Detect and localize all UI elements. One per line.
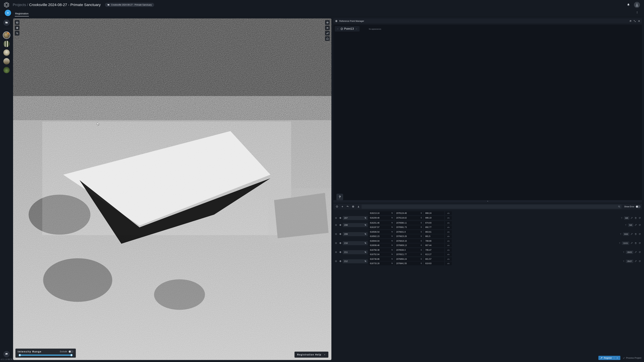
notifications-button[interactable]: [626, 2, 631, 8]
row-tag-icon[interactable]: [364, 242, 366, 245]
exclude-toggle[interactable]: [68, 350, 74, 353]
rpm-undo-button[interactable]: [346, 204, 350, 209]
row-globe-button[interactable]: [338, 250, 342, 254]
coord-easting[interactable]: 2076850.24E: [395, 257, 423, 261]
row-reset-button[interactable]: [638, 232, 641, 236]
row-globe-button[interactable]: [338, 259, 342, 263]
row-delete-button[interactable]: [634, 242, 637, 245]
coord-elev[interactable]: 789.66: [424, 239, 444, 243]
coord-easting[interactable]: 2076623.26E: [395, 234, 423, 238]
coord-elev[interactable]: 863.61: [424, 230, 444, 234]
coord-northing[interactable]: 616756.38N: [368, 248, 394, 252]
row-center-button[interactable]: [334, 241, 338, 245]
rpm-window-restore[interactable]: [629, 19, 632, 22]
coord-easting[interactable]: 2076521.77E: [395, 253, 423, 256]
row-edit-button[interactable]: [634, 251, 637, 254]
row-reset-button[interactable]: [638, 216, 641, 220]
point-id-chip[interactable]: 207: [343, 216, 368, 220]
row-globe-button[interactable]: [338, 216, 342, 220]
row-tag-icon[interactable]: [364, 251, 366, 254]
coord-easting[interactable]: 2076818.16E: [395, 239, 423, 243]
row-edit-button[interactable]: [630, 216, 633, 220]
coord-easting[interactable]: 2076631.9E: [395, 230, 423, 234]
row-tag-icon[interactable]: [364, 233, 366, 236]
vp-visibility-tool[interactable]: [325, 20, 330, 25]
show-error-toggle[interactable]: [636, 205, 641, 208]
coord-easting[interactable]: 2076841.55E: [395, 262, 423, 265]
coord-northing[interactable]: 616506.54N: [368, 230, 394, 234]
rail-thumb-2[interactable]: [3, 41, 10, 47]
rail-folder-button[interactable]: [3, 19, 10, 26]
intensity-slider[interactable]: [19, 355, 72, 356]
row-reset-button[interactable]: [638, 223, 641, 227]
row-delete-button[interactable]: [634, 232, 637, 236]
coord-easting[interactable]: 2076116.02E: [395, 216, 423, 220]
coord-easting[interactable]: 2076809.13E: [395, 244, 423, 247]
registration-help-button[interactable]: Registration Help: [294, 352, 328, 358]
coord-elev[interactable]: 892.77: [424, 225, 444, 229]
rpm-target-button[interactable]: [335, 204, 339, 209]
point-id-chip[interactable]: 210: [343, 241, 368, 245]
coord-northing[interactable]: 616938.46N: [368, 244, 394, 247]
rpm-next-point[interactable]: →: [355, 27, 358, 30]
row-globe-button[interactable]: [338, 241, 342, 245]
point-id-chip[interactable]: 211: [343, 250, 368, 254]
coord-elev[interactable]: 881.5: [424, 234, 444, 238]
rpm-add-button[interactable]: [340, 204, 344, 209]
add-button[interactable]: [5, 10, 11, 16]
row-center-button[interactable]: [334, 259, 338, 263]
row-help-button[interactable]: ?: [624, 223, 628, 227]
coord-northing[interactable]: 616197.57N: [368, 225, 394, 229]
rpm-download-button[interactable]: [356, 204, 360, 209]
rail-chat-button[interactable]: [3, 351, 10, 357]
vp-image-tool[interactable]: [15, 20, 20, 25]
point-id-chip[interactable]: 208: [343, 223, 368, 227]
row-reset-button[interactable]: [638, 242, 641, 245]
coord-northing[interactable]: 616738.86N: [368, 257, 394, 261]
row-tag-icon[interactable]: [364, 217, 366, 220]
coord-northing[interactable]: 616209.48N: [368, 216, 394, 220]
coord-elev[interactable]: 813.27: [424, 253, 444, 256]
rail-thumb-4[interactable]: [3, 58, 10, 64]
rpm-clear-button[interactable]: [351, 204, 355, 209]
rail-thumb-3[interactable]: [3, 49, 10, 56]
row-center-button[interactable]: [334, 216, 338, 220]
row-help-button[interactable]: ?: [622, 260, 625, 263]
register-button[interactable]: Register: [598, 356, 620, 360]
rail-thumb-1[interactable]: ||: [3, 32, 10, 38]
coord-easting[interactable]: 2076530.3E: [395, 248, 423, 252]
row-edit-button[interactable]: [630, 232, 633, 236]
row-help-button[interactable]: ?: [618, 242, 621, 245]
coord-northing[interactable]: 616502.23N: [368, 234, 394, 238]
coord-elev[interactable]: 868.24: [424, 211, 444, 215]
rpm-points-list[interactable]: 616213.24N 2076124.46E 868.24 elv 207 61…: [334, 211, 642, 354]
coord-northing[interactable]: 616944.04N: [368, 239, 394, 243]
point-id-chip[interactable]: 209: [343, 232, 368, 236]
rpm-search-input[interactable]: [362, 205, 622, 209]
row-center-button[interactable]: [334, 250, 338, 254]
breadcrumb-root[interactable]: Projects: [13, 3, 26, 7]
user-avatar[interactable]: [634, 2, 640, 8]
app-logo[interactable]: [3, 1, 10, 8]
row-edit-button[interactable]: [634, 223, 637, 227]
row-help-button[interactable]: ?: [620, 216, 623, 220]
row-help-button[interactable]: ?: [622, 251, 625, 254]
rail-thumb-5[interactable]: [3, 67, 10, 73]
rpm-expand[interactable]: [633, 19, 636, 22]
row-globe-button[interactable]: [338, 232, 342, 236]
coord-northing[interactable]: 616213.24N: [368, 211, 394, 215]
process-project-button[interactable]: Process Project: [623, 357, 641, 359]
rpm-prev-point[interactable]: ←: [337, 27, 339, 30]
pointcloud-viewport[interactable]: Intensity Range Exclude Registration Hel…: [13, 18, 332, 360]
coord-northing[interactable]: 616201.46N: [368, 221, 394, 225]
row-tag-icon[interactable]: [364, 260, 366, 263]
slider-thumb-min[interactable]: [18, 354, 21, 356]
coord-elev[interactable]: 874.93: [424, 221, 444, 225]
row-center-button[interactable]: [334, 232, 338, 236]
row-help-button[interactable]: ?: [619, 232, 622, 236]
rpm-collapse-handle[interactable]: [334, 200, 642, 202]
coord-elev[interactable]: 795.47: [424, 248, 444, 252]
vp-home-tool[interactable]: [325, 36, 330, 41]
coord-elev[interactable]: 801.57: [424, 257, 444, 261]
row-delete-button[interactable]: [634, 216, 637, 220]
